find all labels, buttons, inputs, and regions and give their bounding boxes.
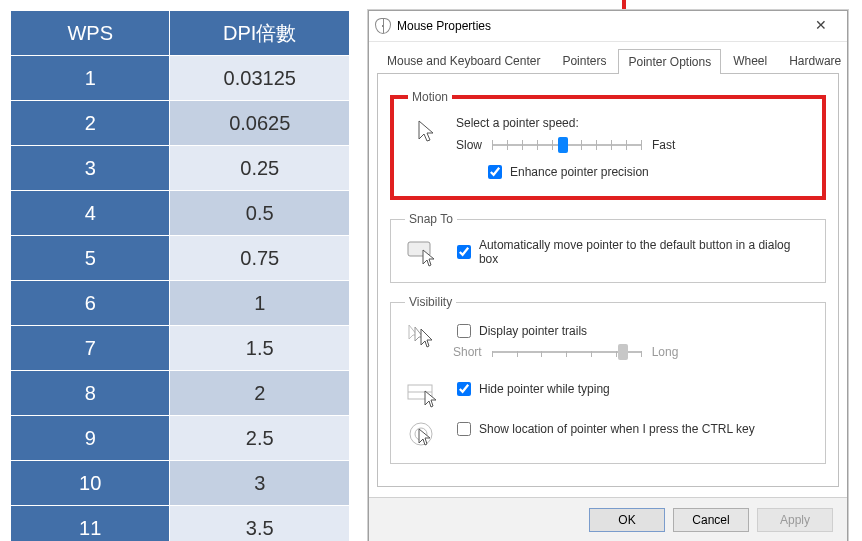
table-row: 71.5 [11,326,350,371]
table-row: 20.0625 [11,101,350,146]
hide-while-typing-checkbox[interactable]: Hide pointer while typing [453,379,811,399]
table-row: 30.25 [11,146,350,191]
table-row: 50.75 [11,236,350,281]
cancel-button[interactable]: Cancel [673,508,749,532]
show-location-ctrl-checkbox[interactable]: Show location of pointer when I press th… [453,419,811,439]
slow-label: Slow [456,138,482,152]
group-motion: Motion Select a pointer speed: Slow [390,90,826,200]
group-visibility: Visibility Display p [390,295,826,464]
button-bar: OK Cancel Apply [369,497,847,541]
legend-snap-to: Snap To [405,212,457,226]
table-row: 92.5 [11,416,350,461]
apply-button: Apply [757,508,833,532]
col-header-dpi: DPI倍數 [170,11,350,56]
tab-wheel[interactable]: Wheel [723,48,777,73]
tab-pointers[interactable]: Pointers [552,48,616,73]
pointer-speed-slider[interactable]: Slow Fast [456,138,808,152]
hide-typing-icon [405,379,441,409]
pointer-speed-icon [408,116,444,146]
legend-motion: Motion [408,90,452,104]
slider-thumb-icon[interactable] [558,137,568,153]
table-row: 113.5 [11,506,350,542]
tab-body: Motion Select a pointer speed: Slow [377,73,839,487]
close-button[interactable]: ✕ [801,15,841,37]
table-row: 82 [11,371,350,416]
slider-thumb-icon [618,344,628,360]
col-header-wps: WPS [11,11,170,56]
pointer-trails-checkbox[interactable]: Display pointer trails [453,321,811,341]
mouse-icon [375,18,391,34]
mouse-properties-dialog: Mouse Properties ✕ Mouse and Keyboard Ce… [368,10,848,541]
long-label: Long [652,345,679,359]
enhance-precision-checkbox[interactable]: Enhance pointer precision [484,162,808,182]
table-row: 61 [11,281,350,326]
tab-hardware[interactable]: Hardware [779,48,851,73]
tab-activities[interactable]: Activities [853,48,862,73]
tab-mouse-keyboard-center[interactable]: Mouse and Keyboard Center [377,48,550,73]
pointer-trails-icon [405,321,441,351]
titlebar: Mouse Properties ✕ [369,11,847,42]
snap-to-checkbox[interactable]: Automatically move pointer to the defaul… [453,238,811,266]
table-row: 103 [11,461,350,506]
fast-label: Fast [652,138,675,152]
tab-bar: Mouse and Keyboard Center Pointers Point… [369,42,847,73]
speed-label: Select a pointer speed: [456,116,808,130]
group-snap-to: Snap To Automatically move pointer to [390,212,826,283]
table-header-row: WPS DPI倍數 [11,11,350,56]
legend-visibility: Visibility [405,295,456,309]
wps-dpi-table: WPS DPI倍數 10.03125 20.0625 30.25 40.5 50… [10,10,350,541]
table-row: 10.03125 [11,56,350,101]
table-row: 40.5 [11,191,350,236]
ok-button[interactable]: OK [589,508,665,532]
tab-pointer-options[interactable]: Pointer Options [618,49,721,74]
window-title: Mouse Properties [397,19,491,33]
pointer-trails-slider: Short Long [453,345,811,359]
short-label: Short [453,345,482,359]
snap-to-icon [405,238,441,268]
ctrl-locate-icon [405,419,441,449]
